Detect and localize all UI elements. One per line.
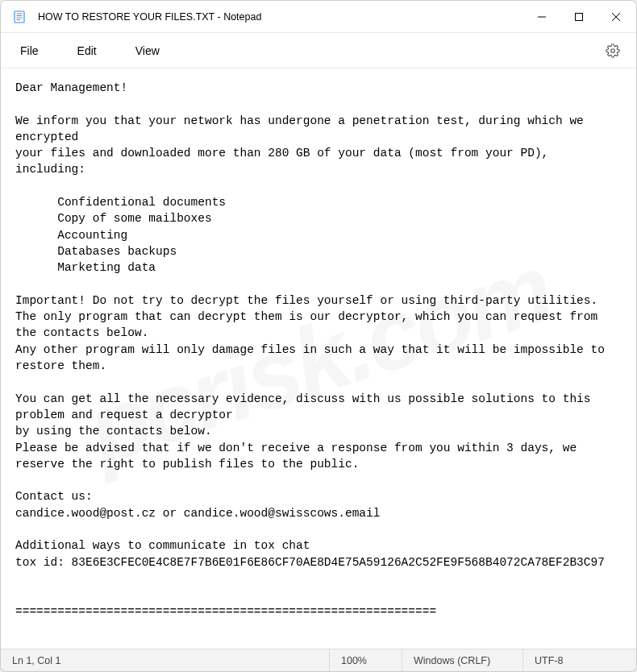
status-zoom[interactable]: 100% [330, 649, 402, 671]
menu-file[interactable]: File [12, 39, 47, 62]
status-cursor-position: Ln 1, Col 1 [1, 649, 330, 671]
text-editor-area[interactable]: Dear Management! We inform you that your… [1, 68, 636, 649]
svg-point-9 [611, 48, 615, 52]
window-title: HOW TO RESTORE YOUR FILES.TXT - Notepad [38, 11, 523, 23]
document-text: Dear Management! We inform you that your… [15, 81, 612, 649]
status-encoding: UTF-8 [523, 649, 636, 671]
status-line-ending: Windows (CRLF) [402, 649, 523, 671]
menu-bar: File Edit View [1, 33, 636, 68]
menu-edit[interactable]: Edit [69, 39, 105, 62]
window-controls [523, 1, 635, 32]
maximize-button[interactable] [560, 1, 597, 32]
svg-rect-6 [576, 13, 583, 20]
settings-button[interactable] [604, 42, 622, 60]
notepad-window: HOW TO RESTORE YOUR FILES.TXT - Notepad … [0, 0, 637, 672]
menu-view[interactable]: View [127, 39, 168, 62]
svg-rect-0 [15, 11, 24, 23]
close-button[interactable] [597, 1, 635, 32]
notepad-icon [12, 10, 27, 24]
title-bar: HOW TO RESTORE YOUR FILES.TXT - Notepad [1, 1, 636, 33]
minimize-button[interactable] [523, 1, 560, 32]
status-bar: Ln 1, Col 1 100% Windows (CRLF) UTF-8 [1, 649, 636, 671]
